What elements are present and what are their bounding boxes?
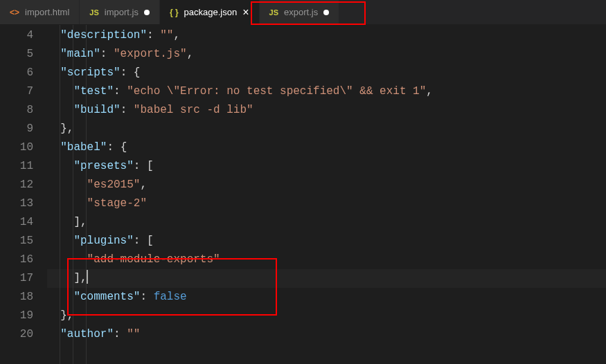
- tab-export-js[interactable]: JS export.js: [260, 0, 340, 24]
- code-line[interactable]: "babel": {: [47, 138, 606, 157]
- tab-import-html[interactable]: <> import.html: [0, 0, 80, 24]
- line-number: 11: [0, 157, 33, 176]
- code-line[interactable]: "scripts": {: [47, 64, 606, 82]
- code-line[interactable]: "add-module-exports": [47, 251, 606, 269]
- line-number: 20: [0, 325, 33, 344]
- code-line[interactable]: ],: [47, 269, 606, 288]
- line-number: 5: [0, 45, 33, 64]
- tab-import-js[interactable]: JS import.js: [80, 0, 160, 24]
- code-line[interactable]: "description": "",: [47, 26, 606, 45]
- indent-guide: [86, 25, 87, 364]
- js-icon: JS: [89, 8, 98, 17]
- code-line[interactable]: "test": "echo \"Error: no test specified…: [47, 82, 606, 101]
- code-line[interactable]: "comments": false: [47, 288, 606, 307]
- tab-label: export.js: [284, 7, 318, 17]
- code-line[interactable]: },: [47, 307, 606, 325]
- line-number: 4: [0, 26, 33, 45]
- line-number: 17: [0, 269, 33, 288]
- json-icon: { }: [170, 8, 179, 17]
- code-line[interactable]: "presets": [: [47, 157, 606, 176]
- line-number: 13: [0, 194, 33, 213]
- dirty-dot-icon: [323, 10, 329, 15]
- tab-package-json[interactable]: { } package.json ×: [160, 0, 260, 24]
- code-line[interactable]: "main": "export.js",: [47, 45, 606, 64]
- close-icon[interactable]: ×: [242, 7, 249, 18]
- code-line[interactable]: "stage-2": [47, 194, 606, 213]
- js-icon: JS: [269, 8, 278, 17]
- indent-guide: [73, 25, 73, 364]
- line-number: 6: [0, 64, 33, 82]
- line-number: 18: [0, 288, 33, 307]
- code-line[interactable]: "plugins": [: [47, 232, 606, 251]
- code-line[interactable]: "author": "": [47, 325, 606, 344]
- tab-label: import.js: [105, 7, 139, 17]
- code-area[interactable]: "description": "", "main": "export.js", …: [47, 25, 606, 364]
- dirty-dot-icon: [144, 10, 150, 15]
- code-line[interactable]: ],: [47, 213, 606, 232]
- indent-guide: [60, 25, 60, 364]
- code-line[interactable]: },: [47, 120, 606, 138]
- tab-label: package.json: [184, 7, 238, 17]
- line-number: 19: [0, 307, 33, 325]
- html-icon: <>: [10, 8, 19, 17]
- line-number: 14: [0, 213, 33, 232]
- line-number-gutter: 4 5 6 7 8 9 10 11 12 13 14 15 16 17 18 1…: [0, 25, 47, 364]
- line-number: 9: [0, 120, 33, 138]
- tab-label: import.html: [25, 7, 69, 17]
- line-number: 8: [0, 101, 33, 120]
- editor[interactable]: 4 5 6 7 8 9 10 11 12 13 14 15 16 17 18 1…: [0, 25, 606, 364]
- code-line[interactable]: "es2015",: [47, 176, 606, 194]
- line-number: 7: [0, 82, 33, 101]
- line-number: 10: [0, 138, 33, 157]
- line-number: 12: [0, 176, 33, 194]
- line-number: 15: [0, 232, 33, 251]
- code-line[interactable]: "build": "babel src -d lib": [47, 101, 606, 120]
- line-number: 16: [0, 251, 33, 269]
- tab-bar: <> import.html JS import.js { } package.…: [0, 0, 606, 25]
